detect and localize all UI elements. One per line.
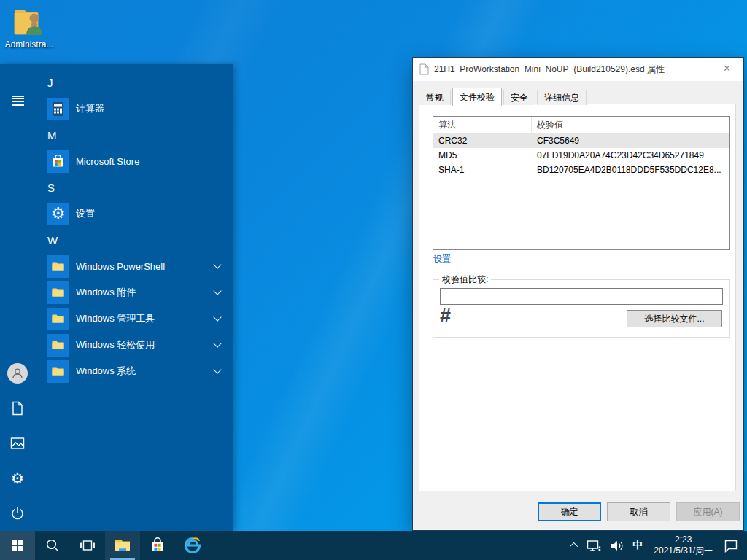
table-row-sha1[interactable]: SHA-1 BD120705EA4D2B0118DDD5F535DDC12E8.… <box>433 163 729 177</box>
column-header-algorithm[interactable]: 算法 <box>433 117 532 133</box>
chevron-up-icon <box>570 542 578 551</box>
file-document-icon <box>419 63 429 75</box>
start-item-label: Windows 轻松使用 <box>76 338 155 351</box>
start-item-windows-powershell[interactable]: Windows PowerShell <box>35 253 233 279</box>
store-tile-icon <box>47 150 69 173</box>
task-view-icon <box>80 539 95 552</box>
folder-tile-icon <box>47 255 69 278</box>
section-letter-W[interactable]: W <box>35 227 233 253</box>
system-tray: 中 2:23 2021/5/31/周一 <box>568 531 747 560</box>
start-item-label: Windows 系统 <box>76 365 136 378</box>
ok-button[interactable]: 确定 <box>538 502 601 521</box>
gear-icon: ⚙ <box>11 471 24 486</box>
settings-button[interactable]: ⚙ <box>0 461 35 496</box>
chevron-down-icon[interactable] <box>213 365 221 373</box>
folder-tile-icon <box>47 334 69 357</box>
store-taskbar-button[interactable] <box>140 531 175 560</box>
folder-tile-icon <box>47 360 69 383</box>
gear-tile-icon: ⚙ <box>47 203 69 225</box>
start-item-windows-admin-tools[interactable]: Windows 管理工具 <box>35 306 233 332</box>
desktop-icon-label: Administra... <box>3 39 55 50</box>
column-header-value[interactable]: 校验值 <box>532 117 729 133</box>
start-item-windows-ease-of-access[interactable]: Windows 轻松使用 <box>35 332 233 358</box>
hamburger-menu-icon[interactable] <box>0 79 35 114</box>
tab-details[interactable]: 详细信息 <box>537 90 587 105</box>
chevron-down-icon[interactable] <box>213 313 221 321</box>
clock-date: 2021/5/31/周一 <box>654 545 713 556</box>
desktop-icon-administrator-folder[interactable]: Administra... <box>3 6 55 50</box>
taskbar-search-button[interactable] <box>35 531 70 560</box>
start-item-label: Microsoft Store <box>76 156 139 167</box>
network-icon <box>587 540 601 552</box>
documents-button[interactable] <box>0 391 35 426</box>
checksum-table[interactable]: 算法 校验值 CRC32 CF3C5649 MD5 07FD19D0A20A74… <box>433 116 730 250</box>
user-account-button[interactable] <box>0 356 35 391</box>
start-button[interactable] <box>0 531 35 560</box>
document-icon <box>11 401 24 416</box>
table-row-md5[interactable]: MD5 07FD19D0A20A74C23D42C34D65271849 <box>433 148 729 163</box>
power-button[interactable] <box>0 496 35 531</box>
task-view-button[interactable] <box>70 531 105 560</box>
apply-button[interactable]: 应用(A) <box>676 502 740 521</box>
start-item-settings[interactable]: ⚙ 设置 <box>35 201 233 227</box>
start-item-windows-accessories[interactable]: Windows 附件 <box>35 279 233 306</box>
start-menu-app-list: J 计算器 M <box>35 64 233 531</box>
cancel-button[interactable]: 取消 <box>607 502 670 521</box>
dialog-footer-buttons: 确定 取消 应用(A) <box>538 502 740 521</box>
compare-value-input[interactable] <box>440 288 723 305</box>
start-item-label: 计算器 <box>76 102 104 115</box>
section-letter-M[interactable]: M <box>35 122 233 148</box>
internet-explorer-button[interactable] <box>175 531 210 560</box>
start-menu: ⚙ J 计算器 <box>0 64 233 531</box>
tab-security[interactable]: 安全 <box>503 90 535 105</box>
checksum-tab-page: 算法 校验值 CRC32 CF3C5649 MD5 07FD19D0A20A74… <box>419 104 736 491</box>
user-folder-icon <box>3 6 55 38</box>
checksum-compare-group: 校验值比较: # 选择比较文件... <box>433 279 730 338</box>
file-explorer-icon <box>114 538 131 553</box>
close-icon[interactable]: × <box>711 58 743 79</box>
search-icon <box>45 538 60 553</box>
tray-volume[interactable] <box>605 531 628 560</box>
pictures-icon <box>10 437 25 450</box>
start-menu-rail: ⚙ <box>0 64 35 531</box>
start-item-calculator[interactable]: 计算器 <box>35 96 233 122</box>
table-row-crc32[interactable]: CRC32 CF3C5649 <box>433 133 729 148</box>
ime-language-indicator[interactable]: 中 <box>628 531 647 560</box>
checksum-table-header: 算法 校验值 <box>433 117 729 133</box>
tab-general[interactable]: 常规 <box>419 90 451 105</box>
start-item-windows-system[interactable]: Windows 系统 <box>35 358 233 384</box>
speaker-icon <box>610 540 624 552</box>
start-item-label: Windows 附件 <box>76 286 136 299</box>
tab-file-checksum[interactable]: 文件校验 <box>452 88 502 106</box>
file-explorer-button[interactable] <box>105 531 140 560</box>
hash-icon: # <box>440 305 451 327</box>
chevron-down-icon[interactable] <box>213 260 221 268</box>
tray-show-hidden-icons[interactable] <box>568 531 582 560</box>
power-icon <box>10 506 25 521</box>
dialog-titlebar[interactable]: 21H1_ProWorkstation_Mini_NoUP_(Build2105… <box>413 58 743 81</box>
tray-network[interactable] <box>582 531 605 560</box>
chevron-down-icon[interactable] <box>213 339 221 347</box>
avatar-icon <box>7 363 28 384</box>
taskbar-clock[interactable]: 2:23 2021/5/31/周一 <box>647 531 719 560</box>
dialog-title: 21H1_ProWorkstation_Mini_NoUP_(Build2105… <box>434 63 665 76</box>
folder-tile-icon <box>47 308 69 330</box>
windows-logo-icon <box>12 540 23 551</box>
section-letter-S[interactable]: S <box>35 174 233 201</box>
chevron-down-icon[interactable] <box>213 287 221 295</box>
section-letter-J[interactable]: J <box>35 69 233 96</box>
compare-group-label: 校验值比较: <box>439 273 491 286</box>
action-center-icon <box>724 539 738 553</box>
action-center-button[interactable] <box>719 531 743 560</box>
pictures-button[interactable] <box>0 426 35 461</box>
start-item-microsoft-store[interactable]: Microsoft Store <box>35 148 233 174</box>
start-item-label: Windows 管理工具 <box>76 312 155 325</box>
taskbar: 中 2:23 2021/5/31/周一 <box>0 531 747 560</box>
choose-compare-file-button[interactable]: 选择比较文件... <box>627 310 722 327</box>
calculator-tile-icon <box>47 98 69 120</box>
folder-tile-icon <box>47 281 69 304</box>
file-properties-dialog: 21H1_ProWorkstation_Mini_NoUP_(Build2105… <box>412 57 744 531</box>
settings-link[interactable]: 设置 <box>433 253 451 265</box>
store-bag-icon <box>150 537 166 553</box>
clock-time: 2:23 <box>675 534 692 545</box>
